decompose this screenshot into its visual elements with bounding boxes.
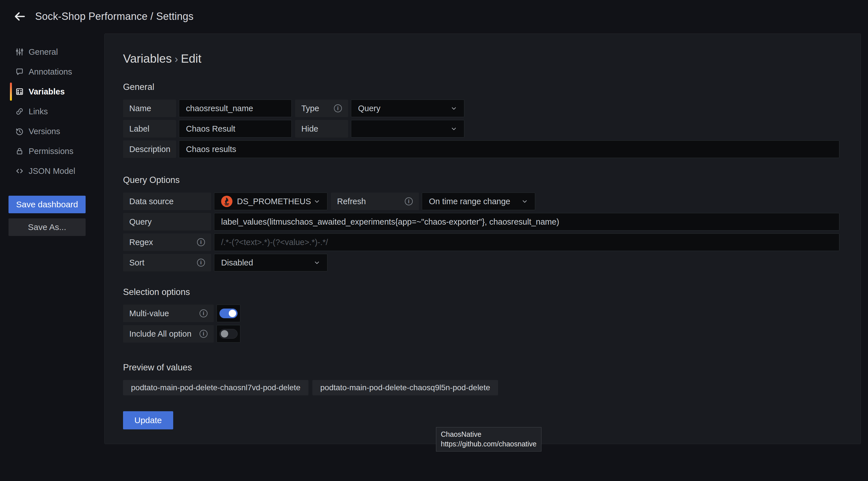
include-all-toggle[interactable] xyxy=(217,325,240,342)
multi-value-label: Multi-value i xyxy=(123,305,214,322)
calculator-icon xyxy=(15,87,24,96)
sidebar-item-label: Annotations xyxy=(29,67,72,77)
query-options-heading: Query Options xyxy=(123,175,839,185)
sidebar-item-variables[interactable]: Variables xyxy=(0,82,104,101)
info-icon[interactable]: i xyxy=(197,259,205,267)
sliders-icon xyxy=(15,48,24,56)
name-label: Name xyxy=(123,99,176,117)
label-hide-row: Label Hide xyxy=(123,120,839,138)
breadcrumb-page: Edit xyxy=(181,52,201,65)
prometheus-icon xyxy=(221,196,232,207)
breadcrumb: Variables›Edit xyxy=(123,52,839,65)
description-label: Description xyxy=(123,140,176,158)
refresh-label: Refresh i xyxy=(331,192,419,210)
chevron-down-icon xyxy=(521,198,528,205)
tooltip-title: ChaosNative xyxy=(441,430,537,439)
code-icon xyxy=(15,167,24,176)
info-icon[interactable]: i xyxy=(199,309,208,318)
sidebar-item-general[interactable]: General xyxy=(0,42,104,62)
sidebar-item-label: JSON Model xyxy=(29,167,75,176)
refresh-select[interactable]: On time range change xyxy=(422,192,535,210)
page-title: Sock-Shop Performance / Settings xyxy=(35,10,194,22)
datasource-refresh-row: Data source DS_PROMETHEUS Refresh i On t… xyxy=(123,192,839,210)
info-icon[interactable]: i xyxy=(334,104,342,112)
type-select[interactable]: Query xyxy=(351,99,464,117)
toggle-knob xyxy=(221,330,228,337)
label-input[interactable] xyxy=(179,120,292,138)
sidebar-item-permissions[interactable]: Permissions xyxy=(0,141,104,161)
description-input[interactable] xyxy=(179,140,839,158)
chaosnative-tooltip: ChaosNative https://github.com/chaosnati… xyxy=(436,427,541,451)
back-button[interactable] xyxy=(12,8,28,24)
info-icon[interactable]: i xyxy=(405,198,413,205)
breadcrumb-separator: › xyxy=(172,53,181,65)
sidebar-item-json-model[interactable]: JSON Model xyxy=(0,161,104,181)
regex-label: Regex i xyxy=(123,233,211,251)
regex-row: Regex i xyxy=(123,233,839,251)
sort-row: Sort i Disabled xyxy=(123,254,839,271)
hide-label: Hide xyxy=(295,120,348,138)
name-input[interactable] xyxy=(179,99,292,117)
name-type-row: Name Type i Query xyxy=(123,99,839,117)
save-dashboard-button[interactable]: Save dashboard xyxy=(8,196,86,213)
chevron-down-icon xyxy=(451,105,457,112)
sidebar-item-links[interactable]: Links xyxy=(0,101,104,121)
toggle-knob xyxy=(229,310,236,317)
settings-nav: General Annotations Variables Links xyxy=(0,42,104,181)
chevron-down-icon xyxy=(313,198,320,205)
history-icon xyxy=(15,127,24,136)
lock-icon xyxy=(15,147,24,156)
sidebar-item-label: Variables xyxy=(29,87,65,96)
preview-value-chip: podtato-main-pod-delete-chaosq9l5n-pod-d… xyxy=(312,380,498,395)
hide-select[interactable] xyxy=(351,120,464,138)
update-button[interactable]: Update xyxy=(123,411,173,429)
sidebar-item-annotations[interactable]: Annotations xyxy=(0,62,104,82)
label-label: Label xyxy=(123,120,176,138)
datasource-label: Data source xyxy=(123,192,211,210)
include-all-row: Include All option i xyxy=(123,325,839,342)
link-icon xyxy=(15,107,24,116)
sidebar-item-label: Links xyxy=(29,107,48,116)
settings-sidebar: General Annotations Variables Links xyxy=(0,33,104,481)
active-indicator xyxy=(10,83,12,101)
preview-heading: Preview of values xyxy=(123,362,839,373)
variables-edit-panel: Variables›Edit General Name Type i Query… xyxy=(104,33,861,444)
info-icon[interactable]: i xyxy=(199,330,208,338)
comment-icon xyxy=(15,67,24,76)
query-label: Query xyxy=(123,213,211,231)
sidebar-item-versions[interactable]: Versions xyxy=(0,121,104,141)
sidebar-item-label: Permissions xyxy=(29,147,73,156)
query-row: Query xyxy=(123,213,839,231)
multi-value-toggle[interactable] xyxy=(217,305,240,322)
page-header: Sock-Shop Performance / Settings xyxy=(0,0,868,33)
chevron-down-icon xyxy=(313,259,320,266)
datasource-select[interactable]: DS_PROMETHEUS xyxy=(214,192,328,210)
description-row: Description xyxy=(123,140,839,158)
preview-values: podtato-main-pod-delete-chaosnl7vd-pod-d… xyxy=(123,380,839,395)
sidebar-item-label: General xyxy=(29,48,58,57)
arrow-left-icon xyxy=(13,10,26,23)
multi-value-row: Multi-value i xyxy=(123,305,839,322)
chevron-down-icon xyxy=(451,125,457,132)
save-as-button[interactable]: Save As... xyxy=(8,218,86,236)
type-label: Type i xyxy=(295,99,348,117)
info-icon[interactable]: i xyxy=(197,238,205,246)
selection-options-heading: Selection options xyxy=(123,287,839,297)
sort-label: Sort i xyxy=(123,254,211,271)
regex-input[interactable] xyxy=(214,233,839,251)
tooltip-url: https://github.com/chaosnative xyxy=(441,439,537,449)
breadcrumb-section: Variables xyxy=(123,52,172,65)
query-input[interactable] xyxy=(214,213,839,231)
include-all-label: Include All option i xyxy=(123,325,214,342)
sidebar-item-label: Versions xyxy=(29,127,60,136)
preview-value-chip: podtato-main-pod-delete-chaosnl7vd-pod-d… xyxy=(123,380,308,395)
general-heading: General xyxy=(123,82,839,92)
sort-select[interactable]: Disabled xyxy=(214,254,328,271)
